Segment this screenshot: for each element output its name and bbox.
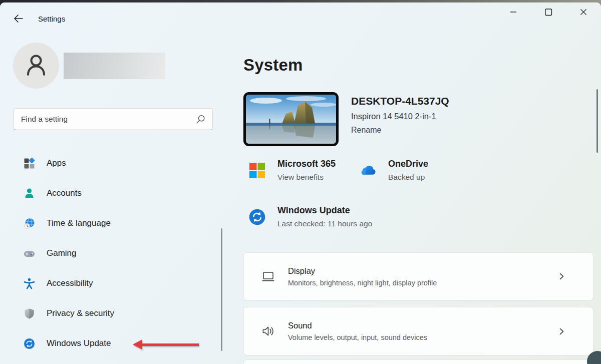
minimize-button[interactable] xyxy=(499,3,528,23)
device-model: Inspiron 14 5410 2-in-1 xyxy=(351,112,449,121)
gaming-icon xyxy=(24,248,35,259)
tile-title: Microsoft 365 xyxy=(277,159,336,169)
search-box[interactable] xyxy=(14,108,213,130)
back-arrow-icon xyxy=(12,19,25,26)
sound-icon xyxy=(261,324,275,338)
annotation-arrow-head xyxy=(133,339,142,349)
card-partial-next[interactable] xyxy=(243,359,593,364)
sidebar-scrollbar-thumb[interactable] xyxy=(221,228,222,351)
device-hero: DESKTOP-4L537JQ Inspiron 14 5410 2-in-1 … xyxy=(243,92,449,146)
apps-icon xyxy=(24,158,35,169)
sidebar-item-accessibility[interactable]: Accessibility xyxy=(0,273,220,293)
tile-title: Windows Update xyxy=(277,205,372,216)
device-wallpaper-image xyxy=(243,92,339,146)
display-icon xyxy=(261,269,275,283)
sidebar-item-label: Accessibility xyxy=(47,278,93,288)
tile-windows-update[interactable]: Windows Update Last checked: 11 hours ag… xyxy=(249,205,372,228)
close-button[interactable] xyxy=(569,3,598,23)
chevron-right-icon xyxy=(557,327,566,336)
time-language-icon xyxy=(24,218,35,229)
user-name-redacted xyxy=(64,53,165,79)
sidebar-item-label: Time & language xyxy=(47,218,111,228)
tile-microsoft-365[interactable]: Microsoft 365 View benefits xyxy=(249,159,336,182)
rename-link[interactable]: Rename xyxy=(351,126,381,135)
card-sound[interactable]: Sound Volume levels, output, input, soun… xyxy=(243,307,593,355)
sidebar-item-label: Privacy & security xyxy=(47,308,114,318)
settings-window: Settings xyxy=(0,3,601,364)
search-icon xyxy=(196,114,206,124)
windows-update-icon xyxy=(24,338,35,349)
sidebar-item-label: Windows Update xyxy=(47,338,111,348)
windows-update-icon xyxy=(249,209,265,225)
minimize-icon xyxy=(508,7,519,19)
person-icon xyxy=(23,52,49,80)
sidebar-item-gaming[interactable]: Gaming xyxy=(0,243,220,263)
sidebar-item-privacy-security[interactable]: Privacy & security xyxy=(0,303,220,323)
card-subtitle: Monitors, brightness, night light, displ… xyxy=(288,279,437,287)
sidebar-item-apps[interactable]: Apps xyxy=(0,153,220,173)
avatar[interactable] xyxy=(13,43,59,89)
card-title: Display xyxy=(288,266,437,276)
chevron-right-icon xyxy=(557,272,566,281)
sidebar: Apps Accounts Time & language Gaming xyxy=(0,32,230,364)
tile-subtitle[interactable]: View benefits xyxy=(277,173,336,182)
device-name: DESKTOP-4L537JQ xyxy=(351,95,449,107)
back-button[interactable] xyxy=(10,11,27,26)
sidebar-nav: Apps Accounts Time & language Gaming xyxy=(0,153,220,363)
tile-subtitle: Backed up xyxy=(388,173,428,182)
card-subtitle: Volume levels, output, input, sound devi… xyxy=(288,333,427,341)
main-scrollbar-thumb[interactable] xyxy=(596,89,598,153)
tile-onedrive[interactable]: OneDrive Backed up xyxy=(360,159,428,182)
maximize-icon xyxy=(543,7,554,19)
annotation-arrow xyxy=(133,339,199,349)
accounts-icon xyxy=(24,188,35,199)
device-info: DESKTOP-4L537JQ Inspiron 14 5410 2-in-1 … xyxy=(351,92,449,146)
sidebar-item-accounts[interactable]: Accounts xyxy=(0,183,220,203)
tile-subtitle: Last checked: 11 hours ago xyxy=(277,219,372,228)
microsoft-365-icon xyxy=(249,162,265,179)
privacy-security-icon xyxy=(24,308,35,319)
card-display[interactable]: Display Monitors, brightness, night ligh… xyxy=(243,252,593,300)
tile-title: OneDrive xyxy=(388,159,428,169)
page-title: System xyxy=(243,56,303,75)
card-title: Sound xyxy=(288,321,427,330)
sidebar-item-label: Gaming xyxy=(47,248,77,258)
window-title: Settings xyxy=(38,15,65,23)
titlebar: Settings xyxy=(0,3,601,32)
annotation-arrow-shaft xyxy=(141,343,199,346)
sidebar-item-label: Apps xyxy=(47,158,66,168)
maximize-button[interactable] xyxy=(534,3,563,23)
sidebar-item-label: Accounts xyxy=(47,188,82,198)
close-icon xyxy=(578,7,589,19)
search-input[interactable] xyxy=(14,115,196,124)
onedrive-icon xyxy=(360,162,376,179)
accessibility-icon xyxy=(24,278,35,289)
sidebar-item-time-language[interactable]: Time & language xyxy=(0,213,220,233)
